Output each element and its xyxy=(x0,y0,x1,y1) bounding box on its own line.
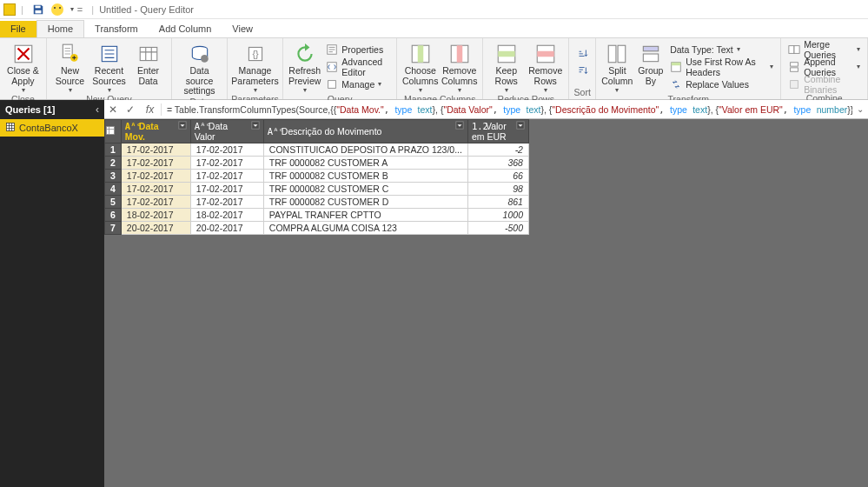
cell[interactable]: 1000 xyxy=(467,209,528,222)
qat-dropdown-icon[interactable]: ▾ xyxy=(70,5,74,13)
recent-sources-button[interactable]: Recent Sources▾ xyxy=(89,40,129,94)
cell[interactable]: COMPRA ALGUMA COISA 123 xyxy=(263,222,467,235)
formula-expand-icon[interactable]: ⌄ xyxy=(852,104,868,114)
row-number[interactable]: 2 xyxy=(105,157,122,170)
query-item-label: ContaBancoX xyxy=(19,123,78,133)
cell[interactable]: TRF 0000082 CUSTOMER C xyxy=(263,183,467,196)
table-row[interactable]: 720-02-201720-02-2017COMPRA ALGUMA COISA… xyxy=(105,222,529,235)
column-filter-icon[interactable] xyxy=(516,121,527,131)
advanced-editor-button[interactable]: Advanced Editor xyxy=(326,59,389,74)
choose-columns-button[interactable]: Choose Columns▾ xyxy=(401,40,440,94)
manage-query-button[interactable]: Manage▾ xyxy=(326,77,389,91)
query-item-contabancox[interactable]: ContaBancoX xyxy=(0,119,104,137)
tab-view[interactable]: View xyxy=(222,21,263,37)
split-column-button[interactable]: Split Column▾ xyxy=(600,40,634,94)
svg-rect-12 xyxy=(328,62,337,71)
row-number[interactable]: 5 xyxy=(105,196,122,209)
row-number[interactable]: 6 xyxy=(105,209,122,222)
column-header[interactable]: 1.2Valor em EUR xyxy=(467,120,528,143)
cell[interactable]: 17-02-2017 xyxy=(190,157,263,170)
cell[interactable]: CONSTITUICAO DEPOSITO A PRAZO 123/0... xyxy=(263,143,467,157)
cell[interactable]: 18-02-2017 xyxy=(190,209,263,222)
feedback-icon[interactable] xyxy=(51,3,63,16)
cell[interactable]: TRF 0000082 CUSTOMER D xyxy=(263,196,467,209)
cell[interactable]: 17-02-2017 xyxy=(190,143,263,157)
keep-rows-button[interactable]: Keep Rows▾ xyxy=(487,40,526,94)
table-row[interactable]: 417-02-201717-02-2017TRF 0000082 CUSTOME… xyxy=(105,183,529,196)
tab-transform[interactable]: Transform xyxy=(84,21,149,37)
enter-data-button[interactable]: Enter Data xyxy=(129,40,168,86)
svg-rect-25 xyxy=(643,54,658,62)
merge-queries-button[interactable]: Merge Queries▾ xyxy=(788,42,860,57)
cell[interactable]: 98 xyxy=(467,183,528,196)
data-source-settings-button[interactable]: Data source settings xyxy=(176,40,223,97)
table-row[interactable]: 317-02-201717-02-2017TRF 0000082 CUSTOME… xyxy=(105,170,529,183)
sort-desc-button[interactable] xyxy=(576,63,588,77)
new-source-button[interactable]: New Source▾ xyxy=(50,40,89,94)
cell[interactable]: 18-02-2017 xyxy=(121,209,190,222)
cell[interactable]: TRF 0000082 CUSTOMER B xyxy=(263,170,467,183)
cell[interactable]: 17-02-2017 xyxy=(121,170,190,183)
group-by-button[interactable]: Group By xyxy=(634,40,666,86)
select-all-corner[interactable] xyxy=(105,120,122,143)
sort-asc-button[interactable] xyxy=(576,45,588,60)
formula-input[interactable]: = Table.TransformColumnTypes(Source,{{"D… xyxy=(162,104,852,115)
cell[interactable]: TRF 0000082 CUSTOMER A xyxy=(263,157,467,170)
replace-values-button[interactable]: Replace Values xyxy=(670,77,773,91)
cell[interactable]: 17-02-2017 xyxy=(190,170,263,183)
cell[interactable]: -2 xyxy=(467,143,528,157)
row-number[interactable]: 7 xyxy=(105,222,122,235)
remove-columns-button[interactable]: Remove Columns▾ xyxy=(440,40,479,94)
cell[interactable]: -500 xyxy=(467,222,528,235)
cell[interactable]: 20-02-2017 xyxy=(121,222,190,235)
row-number[interactable]: 1 xyxy=(105,143,122,157)
manage-parameters-button[interactable]: {} Manage Parameters▾ xyxy=(231,40,279,94)
svg-text:{}: {} xyxy=(252,49,259,59)
properties-button[interactable]: Properties xyxy=(326,42,389,57)
sort-asc-icon xyxy=(576,47,588,59)
data-type-button[interactable]: Data Type: Text▾ xyxy=(670,42,773,57)
remove-rows-icon xyxy=(534,42,557,66)
tab-home[interactable]: Home xyxy=(36,20,84,37)
close-apply-button[interactable]: Close & Apply ▾ xyxy=(3,40,43,94)
tab-file[interactable]: File xyxy=(0,21,36,37)
save-icon[interactable] xyxy=(32,3,44,16)
refresh-preview-button[interactable]: Refresh Preview▾ xyxy=(287,40,322,94)
cell[interactable]: 17-02-2017 xyxy=(121,157,190,170)
column-filter-icon[interactable] xyxy=(251,121,262,131)
cell[interactable]: 17-02-2017 xyxy=(121,143,190,157)
cell[interactable]: 66 xyxy=(467,170,528,183)
cell[interactable]: 861 xyxy=(467,196,528,209)
column-header[interactable]: AᴬᶜData Valor xyxy=(190,120,263,143)
table-row[interactable]: 117-02-201717-02-2017CONSTITUICAO DEPOSI… xyxy=(105,143,529,157)
formula-cancel-icon[interactable]: ✕ xyxy=(104,103,122,116)
combine-binaries-button: Combine Binaries xyxy=(788,77,860,91)
append-queries-button[interactable]: Append Queries▾ xyxy=(788,59,860,74)
remove-rows-button[interactable]: Remove Rows▾ xyxy=(526,40,565,94)
table-row[interactable]: 517-02-201717-02-2017TRF 0000082 CUSTOME… xyxy=(105,196,529,209)
column-header[interactable]: AᴬᶜData Mov. xyxy=(121,120,190,143)
cell[interactable]: 17-02-2017 xyxy=(121,183,190,196)
cell[interactable]: PAYPAL TRANFER CPTTO xyxy=(263,209,467,222)
cell[interactable]: 17-02-2017 xyxy=(190,183,263,196)
row-number[interactable]: 3 xyxy=(105,170,122,183)
window-title: Untitled - Query Editor xyxy=(99,4,194,15)
row-number[interactable]: 4 xyxy=(105,183,122,196)
svg-rect-0 xyxy=(35,5,40,8)
column-filter-icon[interactable] xyxy=(455,121,466,131)
formula-confirm-icon[interactable]: ✓ xyxy=(122,103,139,116)
properties-icon xyxy=(326,43,338,56)
column-filter-icon[interactable] xyxy=(178,121,189,131)
tab-add-column[interactable]: Add Column xyxy=(149,21,222,37)
cell[interactable]: 20-02-2017 xyxy=(190,222,263,235)
cell[interactable]: 17-02-2017 xyxy=(121,196,190,209)
table-row[interactable]: 618-02-201718-02-2017PAYPAL TRANFER CPTT… xyxy=(105,209,529,222)
table-row[interactable]: 217-02-201717-02-2017TRF 0000082 CUSTOME… xyxy=(105,157,529,170)
cell[interactable]: 368 xyxy=(467,157,528,170)
fx-label[interactable]: fx xyxy=(139,103,162,116)
first-row-headers-button[interactable]: Use First Row As Headers▾ xyxy=(670,59,773,74)
collapse-icon[interactable]: ‹ xyxy=(96,103,99,116)
cell[interactable]: 17-02-2017 xyxy=(190,196,263,209)
data-grid[interactable]: AᴬᶜData Mov.AᴬᶜData ValorAᴬᶜDescrição do… xyxy=(104,119,529,235)
column-header[interactable]: AᴬᶜDescrição do Movimento xyxy=(263,120,467,143)
